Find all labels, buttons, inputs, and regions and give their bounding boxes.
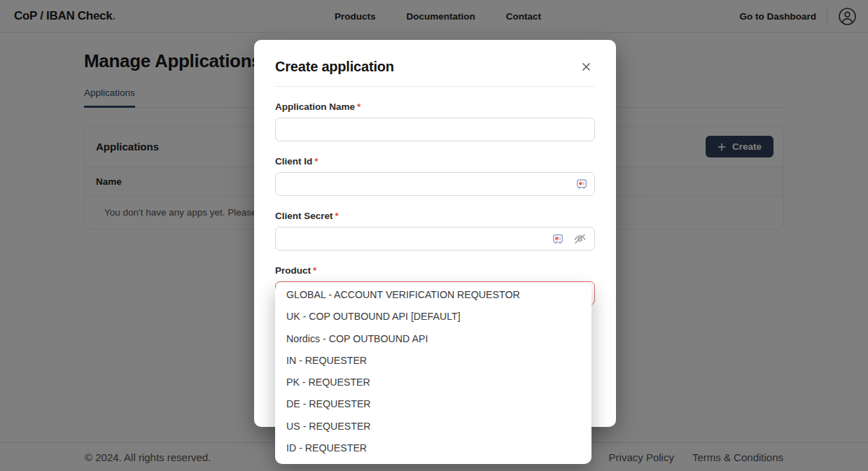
password-manager-icon bbox=[552, 233, 564, 244]
product-option[interactable]: UK - COP OUTBOUND API [DEFAULT] bbox=[275, 306, 592, 328]
client-secret-input[interactable] bbox=[275, 227, 595, 251]
field-client-secret: Client Secret* bbox=[275, 211, 595, 251]
modal-divider bbox=[275, 86, 595, 87]
product-option[interactable]: ID - REQUESTER bbox=[275, 437, 592, 459]
product-option[interactable]: DE - REQUESTER bbox=[275, 393, 592, 415]
field-client-id: Client Id* bbox=[275, 156, 595, 196]
product-option[interactable]: GLOBAL - ACCOUNT VERIFICATION REQUESTOR bbox=[275, 284, 592, 306]
client-id-label: Client Id* bbox=[275, 156, 595, 167]
required-marker: * bbox=[357, 101, 360, 112]
required-marker: * bbox=[335, 211, 339, 221]
client-id-input-wrap bbox=[275, 172, 595, 196]
application-name-label: Application Name* bbox=[275, 101, 595, 112]
application-name-input-wrap bbox=[275, 118, 595, 141]
client-id-input-icons bbox=[576, 178, 587, 190]
product-option[interactable]: IN - REQUESTER bbox=[275, 350, 592, 372]
eye-off-icon bbox=[573, 238, 587, 248]
close-button[interactable] bbox=[578, 58, 595, 76]
required-marker: * bbox=[313, 265, 316, 276]
product-option[interactable]: Nordics - COP OUTBOUND API bbox=[275, 328, 592, 350]
application-name-input[interactable] bbox=[275, 118, 595, 141]
client-secret-label: Client Secret* bbox=[275, 211, 595, 221]
client-secret-input-wrap bbox=[275, 227, 595, 251]
close-icon bbox=[580, 64, 592, 75]
product-option[interactable]: US - REQUESTER bbox=[275, 416, 592, 437]
product-dropdown-menu: GLOBAL - ACCOUNT VERIFICATION REQUESTOR … bbox=[275, 283, 592, 464]
product-option[interactable]: PK - REQUESTER bbox=[275, 372, 592, 393]
client-id-input[interactable] bbox=[275, 172, 595, 196]
product-label: Product* bbox=[275, 265, 595, 276]
required-marker: * bbox=[314, 156, 318, 167]
password-manager-icon bbox=[576, 178, 587, 190]
toggle-secret-visibility-button[interactable] bbox=[573, 232, 587, 246]
field-application-name: Application Name* bbox=[275, 101, 595, 141]
client-secret-input-icons bbox=[552, 232, 587, 246]
modal-header: Create application bbox=[275, 40, 595, 76]
modal-title: Create application bbox=[275, 59, 394, 75]
